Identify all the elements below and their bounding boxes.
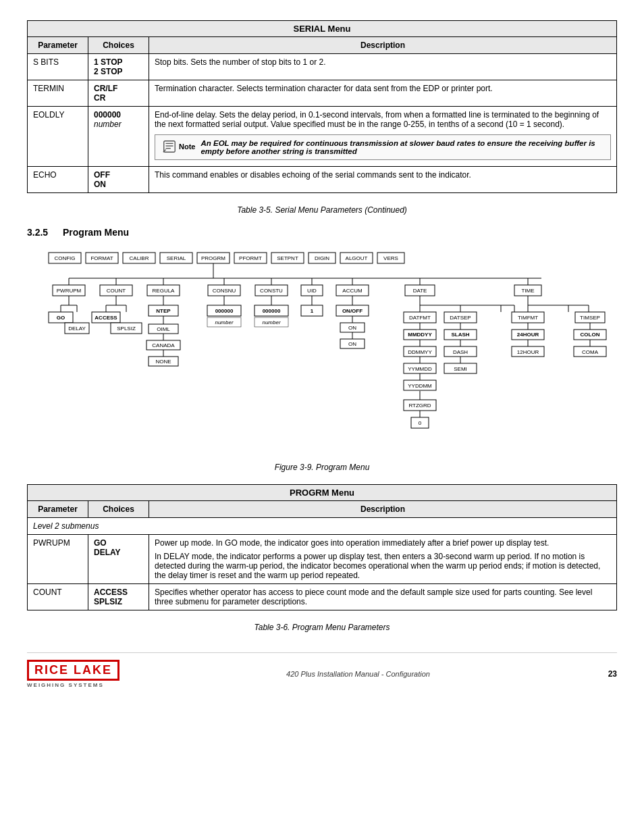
svg-text:ALGOUT: ALGOUT (346, 255, 368, 261)
svg-text:REGULA: REGULA (153, 288, 176, 294)
table-row: TERMIN CR/LFCR Termination character. Se… (28, 80, 617, 107)
svg-text:SERIAL: SERIAL (167, 255, 186, 261)
svg-text:12HOUR: 12HOUR (517, 349, 539, 355)
choices-sbits: 1 STOP2 STOP (88, 54, 149, 80)
svg-text:DATE: DATE (413, 288, 427, 294)
svg-text:CONSNU: CONSNU (213, 288, 236, 294)
table-row: COUNT ACCESSSPLSIZ Specifies whether ope… (28, 584, 617, 610)
note-svg-icon (162, 139, 177, 154)
level2-submenus-label: Level 2 submenus (28, 518, 617, 535)
svg-text:ON: ON (348, 341, 356, 347)
svg-text:COUNT: COUNT (107, 288, 126, 294)
logo-rice-lake: RICE LAKE (27, 660, 119, 681)
svg-text:VERS: VERS (383, 255, 398, 261)
svg-text:NTEP: NTEP (156, 308, 171, 314)
svg-text:000000: 000000 (263, 308, 281, 314)
serial-header-choices: Choices (88, 37, 149, 54)
svg-text:ON: ON (348, 325, 356, 331)
svg-text:DIGIN: DIGIN (315, 255, 329, 261)
svg-text:MMDDYY: MMDDYY (408, 332, 432, 338)
note-text: An EOL may be required for continuous tr… (200, 139, 603, 155)
progrm-header-param: Parameter (28, 501, 88, 518)
svg-text:CONSTU: CONSTU (260, 288, 283, 294)
svg-text:TIMSEP: TIMSEP (580, 315, 600, 321)
svg-text:number: number (262, 319, 280, 325)
desc-echo: This command enables or disables echoing… (149, 167, 617, 193)
serial-header-desc: Description (149, 37, 617, 54)
param-echo: ECHO (28, 167, 88, 193)
table-row: PWRUPM GODELAY Power up mode. In GO mode… (28, 535, 617, 584)
svg-text:24HOUR: 24HOUR (517, 332, 539, 338)
footer-logo: RICE LAKE WEIGHING SYSTEMS (27, 660, 119, 688)
svg-text:ACCUM: ACCUM (342, 288, 363, 294)
svg-text:TIMFMT: TIMFMT (518, 315, 538, 321)
svg-text:CANADA: CANADA (152, 342, 175, 348)
svg-text:SEMI: SEMI (454, 366, 467, 372)
logo-sub: WEIGHING SYSTEMS (27, 682, 104, 688)
diagram-svg: .db { font-size: 8px; font-family: Arial… (28, 246, 616, 455)
svg-text:ON/OFF: ON/OFF (342, 308, 363, 314)
page-footer: RICE LAKE WEIGHING SYSTEMS 420 Plus Inst… (27, 652, 617, 688)
svg-text:YYMMDD: YYMMDD (408, 366, 432, 372)
program-menu-diagram: .db { font-size: 8px; font-family: Arial… (27, 246, 617, 457)
svg-text:PFORMT: PFORMT (239, 255, 262, 261)
progrm-table-caption: Table 3-6. Program Menu Parameters (27, 623, 617, 632)
desc-eoldly: End-of-line delay. Sets the delay period… (149, 107, 617, 167)
desc-termin: Termination character. Selects terminati… (149, 80, 617, 107)
param-count: COUNT (28, 584, 88, 610)
svg-text:TIME: TIME (521, 288, 534, 294)
svg-text:DELAY: DELAY (68, 325, 86, 332)
svg-text:SPLSIZ: SPLSIZ (117, 325, 136, 332)
svg-text:SETPNT: SETPNT (277, 255, 298, 261)
progrm-header-choices: Choices (88, 501, 149, 518)
param-eoldly: EOLDLY (28, 107, 88, 167)
footer-center-text: 420 Plus Installation Manual - Configura… (119, 670, 597, 678)
svg-text:DATSEP: DATSEP (450, 315, 471, 321)
progrm-menu-table: PROGRM Menu Parameter Choices Descriptio… (27, 484, 617, 610)
table-row: S BITS 1 STOP2 STOP Stop bits. Sets the … (28, 54, 617, 80)
svg-text:GO: GO (57, 315, 65, 321)
desc-pwrupm: Power up mode. In GO mode, the indicator… (149, 535, 617, 584)
choices-count: ACCESSSPLSIZ (88, 584, 149, 610)
serial-table-caption: Table 3-5. Serial Menu Parameters (Conti… (27, 205, 617, 215)
svg-text:PWRUPM: PWRUPM (57, 288, 82, 294)
param-sbits: S BITS (28, 54, 88, 80)
desc-count: Specifies whether operator has access to… (149, 584, 617, 610)
serial-menu-table: SERIAL Menu Parameter Choices Descriptio… (27, 20, 617, 193)
svg-text:COLON: COLON (581, 332, 600, 338)
figure-39-caption: Figure 3-9. Program Menu (27, 463, 617, 472)
serial-header-param: Parameter (28, 37, 88, 54)
param-termin: TERMIN (28, 80, 88, 107)
svg-text:PROGRM: PROGRM (201, 255, 225, 261)
svg-text:DASH: DASH (453, 349, 468, 355)
svg-text:FORMAT: FORMAT (90, 255, 113, 261)
svg-text:000000: 000000 (215, 308, 234, 314)
svg-text:DDMMYY: DDMMYY (408, 349, 432, 355)
svg-text:ACCESS: ACCESS (95, 315, 117, 321)
progrm-header-desc: Description (149, 501, 617, 518)
svg-text:NONE: NONE (155, 359, 171, 365)
svg-text:UID: UID (307, 288, 317, 294)
svg-text:1: 1 (311, 308, 314, 314)
footer-page-num: 23 (597, 669, 617, 679)
serial-table-title: SERIAL Menu (28, 21, 617, 37)
svg-text:SLASH: SLASH (451, 332, 469, 338)
svg-text:0: 0 (419, 420, 422, 426)
svg-text:YYDDMM: YYDDMM (408, 383, 432, 389)
svg-text:CONFIG: CONFIG (54, 255, 75, 261)
table-row: ECHO OFFON This command enables or disab… (28, 167, 617, 193)
progrm-table-title: PROGRM Menu (28, 485, 617, 501)
svg-text:OIML: OIML (157, 326, 170, 332)
note-box: Note An EOL may be required for continuo… (155, 134, 611, 160)
choices-pwrupm: GODELAY (88, 535, 149, 584)
svg-text:RTZGRD: RTZGRD (408, 402, 431, 409)
note-icon: Note (162, 139, 195, 154)
section-325-num: 3.2.5 (27, 227, 48, 238)
section-325-title: Program Menu (63, 227, 129, 238)
desc-sbits: Stop bits. Sets the number of stop bits … (149, 54, 617, 80)
section-325-heading: 3.2.5 Program Menu (27, 227, 617, 238)
table-row: EOLDLY 000000number End-of-line delay. S… (28, 107, 617, 167)
param-pwrupm: PWRUPM (28, 535, 88, 584)
svg-text:DATFMT: DATFMT (409, 315, 431, 321)
choices-eoldly: 000000number (88, 107, 149, 167)
